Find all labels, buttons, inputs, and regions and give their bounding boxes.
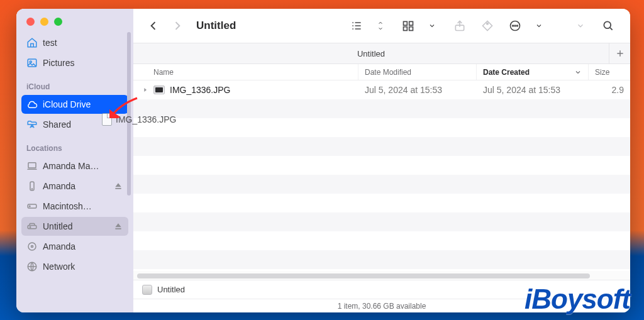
sidebar-item-amanda-disk[interactable]: Amanda bbox=[21, 237, 128, 256]
sidebar-item-label: Macintosh… bbox=[43, 201, 123, 211]
home-icon bbox=[26, 37, 38, 48]
share-button[interactable] bbox=[449, 17, 470, 35]
forward-button[interactable] bbox=[169, 17, 186, 35]
group-chevron-icon[interactable] bbox=[421, 17, 443, 35]
tags-button[interactable] bbox=[477, 17, 498, 35]
svg-point-1 bbox=[30, 61, 31, 63]
add-tab-button[interactable] bbox=[609, 43, 630, 63]
sidebar: test Pictures iCloud iCloud Drive Shared bbox=[16, 9, 133, 312]
svg-rect-16 bbox=[409, 26, 413, 30]
finder-window: test Pictures iCloud iCloud Drive Shared bbox=[16, 9, 630, 312]
horizontal-scrollbar[interactable] bbox=[133, 271, 630, 280]
sidebar-item-untitled[interactable]: Untitled bbox=[21, 217, 128, 236]
sidebar-item-label: Pictures bbox=[43, 58, 123, 68]
sidebar-item-macintosh-hd[interactable]: Macintosh… bbox=[21, 197, 128, 216]
eject-icon[interactable] bbox=[113, 221, 123, 231]
zoom-window-button[interactable] bbox=[54, 18, 62, 26]
path-label: Untitled bbox=[157, 285, 185, 294]
tab-label: Untitled bbox=[357, 49, 385, 58]
view-options-chevron-icon[interactable] bbox=[370, 17, 391, 35]
minimize-window-button[interactable] bbox=[40, 18, 48, 26]
more-button[interactable] bbox=[504, 17, 526, 35]
file-size: 2.9 bbox=[589, 80, 630, 99]
sidebar-item-shared[interactable]: Shared bbox=[21, 115, 128, 134]
file-date-modified: Jul 5, 2024 at 15:53 bbox=[358, 80, 477, 99]
phone-icon bbox=[26, 180, 38, 192]
sidebar-item-label: Shared bbox=[43, 119, 123, 130]
svg-point-21 bbox=[514, 25, 516, 26]
file-row[interactable]: IMG_1336.JPG Jul 5, 2024 at 15:53 Jul 5,… bbox=[133, 80, 630, 99]
svg-point-9 bbox=[30, 226, 31, 228]
tab-bar: Untitled bbox=[133, 43, 630, 64]
sort-chevron-icon bbox=[574, 69, 582, 76]
window-controls bbox=[16, 9, 133, 32]
sidebar-item-label: Network bbox=[43, 262, 123, 272]
svg-rect-8 bbox=[28, 226, 36, 229]
svg-point-7 bbox=[30, 206, 31, 207]
column-date-created[interactable]: Date Created bbox=[477, 64, 589, 80]
tab-untitled[interactable]: Untitled bbox=[133, 43, 609, 63]
file-name: IMG_1336.JPG bbox=[170, 85, 231, 95]
disk-icon bbox=[26, 241, 38, 252]
more-chevron-icon[interactable] bbox=[528, 17, 550, 35]
svg-point-22 bbox=[517, 25, 518, 26]
disk-icon bbox=[142, 285, 152, 295]
sidebar-item-label: Amanda Ma… bbox=[43, 161, 123, 171]
photo-icon bbox=[26, 57, 38, 69]
column-name[interactable]: Name bbox=[133, 64, 358, 80]
svg-rect-3 bbox=[28, 163, 36, 168]
scrollbar-thumb[interactable] bbox=[137, 273, 590, 279]
sidebar-item-label: Amanda bbox=[43, 181, 108, 191]
eject-icon[interactable] bbox=[113, 181, 123, 191]
search-button[interactable] bbox=[597, 17, 619, 35]
sidebar-item-amanda-phone[interactable]: Amanda bbox=[21, 177, 128, 196]
watermark: iBoysoft bbox=[525, 284, 630, 315]
svg-point-10 bbox=[28, 243, 36, 250]
sidebar-item-label: Untitled bbox=[43, 221, 108, 231]
view-list-button[interactable] bbox=[346, 17, 367, 35]
cloud-icon bbox=[26, 99, 38, 110]
close-window-button[interactable] bbox=[26, 18, 35, 26]
empty-rows bbox=[133, 99, 630, 269]
sidebar-item-label: test bbox=[43, 38, 123, 48]
back-button[interactable] bbox=[145, 17, 162, 35]
laptop-icon bbox=[26, 160, 38, 172]
svg-point-11 bbox=[31, 246, 33, 248]
column-date-modified[interactable]: Date Modified bbox=[358, 64, 477, 80]
main-area: Untitled bbox=[133, 9, 630, 312]
column-size[interactable]: Size bbox=[589, 64, 630, 80]
sidebar-item-amanda-mac[interactable]: Amanda Ma… bbox=[21, 157, 128, 175]
window-title: Untitled bbox=[196, 19, 236, 32]
group-button[interactable] bbox=[397, 17, 419, 35]
svg-rect-15 bbox=[404, 26, 408, 30]
sidebar-heading-locations: Locations bbox=[16, 135, 133, 155]
file-list[interactable]: IMG_1336.JPG Jul 5, 2024 at 15:53 Jul 5,… bbox=[133, 80, 630, 271]
svg-point-20 bbox=[513, 25, 514, 26]
sidebar-item-icloud-drive[interactable]: iCloud Drive bbox=[21, 95, 128, 114]
sidebar-item-label: iCloud Drive bbox=[43, 99, 123, 109]
open-chevron-icon[interactable] bbox=[570, 17, 591, 35]
toolbar: Untitled bbox=[133, 9, 630, 43]
sidebar-scrollbar[interactable] bbox=[127, 32, 131, 196]
column-headers: Name Date Modified Date Created Size bbox=[133, 64, 630, 80]
sidebar-item-label: Amanda bbox=[43, 241, 123, 251]
ext-disk-icon bbox=[26, 221, 38, 232]
disclosure-icon[interactable] bbox=[142, 87, 148, 93]
sidebar-heading-icloud: iCloud bbox=[16, 74, 133, 94]
sidebar-item-test[interactable]: test bbox=[21, 33, 128, 52]
svg-point-5 bbox=[31, 189, 32, 189]
svg-rect-14 bbox=[409, 21, 413, 25]
svg-point-23 bbox=[604, 21, 611, 28]
sidebar-scroll: test Pictures iCloud iCloud Drive Shared bbox=[16, 32, 133, 306]
svg-rect-13 bbox=[404, 21, 408, 25]
sidebar-item-network[interactable]: Network bbox=[21, 257, 128, 276]
shared-folder-icon bbox=[26, 119, 38, 130]
svg-point-18 bbox=[487, 23, 489, 25]
sidebar-item-pictures[interactable]: Pictures bbox=[21, 53, 128, 72]
hdd-icon bbox=[26, 201, 38, 212]
file-thumbnail-icon bbox=[153, 86, 165, 94]
globe-icon bbox=[26, 261, 38, 272]
file-date-created: Jul 5, 2024 at 15:53 bbox=[477, 80, 589, 99]
